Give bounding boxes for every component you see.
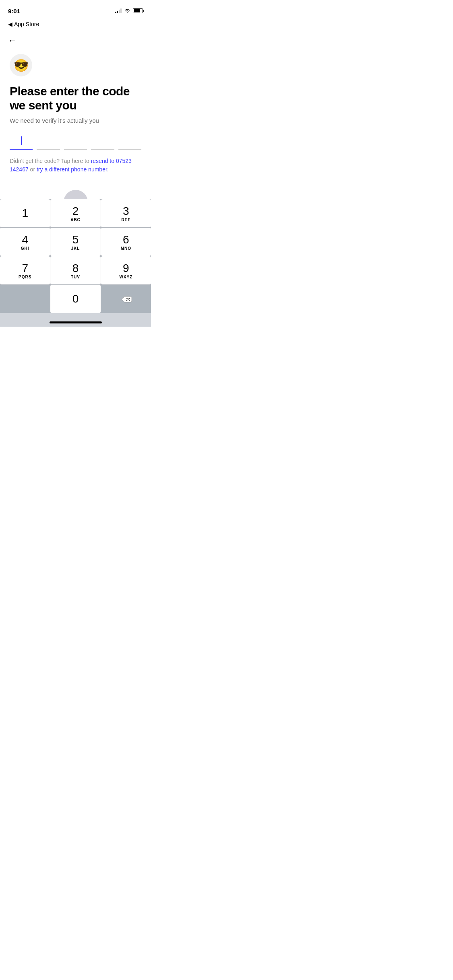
- code-box-5[interactable]: [118, 135, 141, 150]
- key-8-number: 8: [72, 263, 79, 274]
- code-input-row: [10, 135, 141, 150]
- status-icons: [115, 8, 143, 13]
- emoji-avatar: 😎: [10, 54, 32, 76]
- key-4[interactable]: 4 GHI: [0, 228, 50, 256]
- delete-icon: [120, 295, 132, 303]
- key-4-number: 4: [22, 234, 28, 245]
- try-link[interactable]: try a different phone number: [37, 166, 107, 173]
- back-nav-button[interactable]: ◀ App Store: [8, 21, 39, 27]
- resend-middle: or: [29, 166, 37, 173]
- battery-icon: [133, 8, 143, 13]
- key-6-letters: MNO: [121, 246, 131, 251]
- signal-icon: [115, 8, 122, 13]
- home-indicator: [0, 313, 151, 327]
- keyboard-grid: 1 2 ABC 3 DEF 4 GHI 5 JKL 6 MNO 7 PQRS: [0, 199, 151, 313]
- code-box-2[interactable]: [37, 135, 60, 150]
- key-4-letters: GHI: [21, 246, 29, 251]
- emoji-icon: 😎: [14, 58, 29, 72]
- key-3[interactable]: 3 DEF: [101, 199, 151, 227]
- status-time: 9:01: [8, 8, 20, 14]
- resend-text: Didn't get the code? Tap here to resend …: [10, 157, 141, 174]
- app-store-label: App Store: [14, 21, 39, 27]
- resend-prefix: Didn't get the code? Tap here to: [10, 158, 91, 164]
- home-bar: [50, 321, 102, 323]
- key-3-number: 3: [123, 206, 129, 217]
- key-7[interactable]: 7 PQRS: [0, 256, 50, 284]
- key-delete[interactable]: [101, 285, 151, 313]
- key-0[interactable]: 0: [50, 285, 100, 313]
- key-2-number: 2: [72, 206, 79, 217]
- key-7-letters: PQRS: [19, 275, 31, 279]
- key-9-letters: WXYZ: [119, 275, 132, 279]
- back-button-row: ←: [0, 31, 151, 49]
- key-3-letters: DEF: [121, 218, 130, 222]
- key-8[interactable]: 8 TUV: [50, 256, 100, 284]
- key-1[interactable]: 1: [0, 199, 50, 227]
- keyboard: 1 2 ABC 3 DEF 4 GHI 5 JKL 6 MNO 7 PQRS: [0, 199, 151, 327]
- page-subtitle: We need to verify it's actually you: [10, 117, 141, 124]
- key-8-letters: TUV: [71, 275, 80, 279]
- back-button[interactable]: ←: [8, 35, 17, 46]
- key-6[interactable]: 6 MNO: [101, 228, 151, 256]
- key-9-number: 9: [123, 263, 129, 274]
- main-content: 😎 Please enter the code we sent you We n…: [0, 49, 151, 214]
- nav-bar: ◀ App Store: [0, 18, 151, 31]
- key-7-number: 7: [22, 263, 28, 274]
- key-5-letters: JKL: [71, 246, 80, 251]
- back-nav-arrow: ◀: [8, 21, 12, 27]
- code-box-4[interactable]: [91, 135, 114, 150]
- key-6-number: 6: [123, 234, 129, 245]
- status-bar: 9:01: [0, 0, 151, 18]
- cursor: [21, 136, 22, 145]
- key-1-number: 1: [22, 208, 28, 219]
- key-2-letters: ABC: [70, 218, 81, 222]
- wifi-icon: [124, 8, 130, 13]
- page-title: Please enter the code we sent you: [10, 84, 141, 112]
- key-9[interactable]: 9 WXYZ: [101, 256, 151, 284]
- key-5[interactable]: 5 JKL: [50, 228, 100, 256]
- code-box-3[interactable]: [64, 135, 87, 150]
- resend-suffix: .: [107, 166, 109, 173]
- key-0-number: 0: [72, 293, 79, 305]
- key-5-number: 5: [72, 234, 79, 245]
- key-empty: [0, 285, 50, 313]
- code-box-1[interactable]: [10, 135, 33, 150]
- key-2[interactable]: 2 ABC: [50, 199, 100, 227]
